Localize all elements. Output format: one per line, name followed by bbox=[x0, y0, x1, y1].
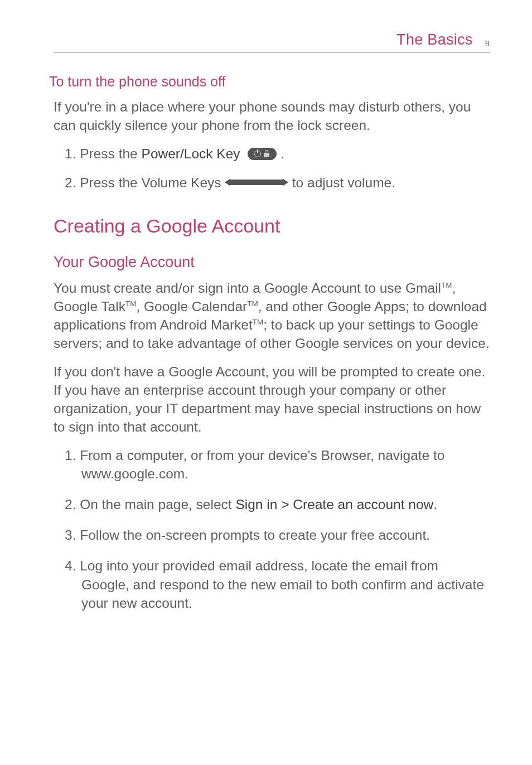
step1-pre: 1. Press the bbox=[65, 146, 142, 161]
tm-icon: TM bbox=[441, 281, 452, 289]
step-1: 1. Press the Power/Lock Key . bbox=[65, 144, 490, 163]
p1c: , Google Calendar bbox=[136, 299, 247, 314]
ga-step-4: 4. Log into your provided email address,… bbox=[65, 556, 490, 612]
tm-icon: TM bbox=[125, 299, 136, 308]
power-lock-key-icon bbox=[248, 148, 277, 160]
sign-in-create-account-label: Sign in > Create an account now bbox=[235, 497, 433, 512]
ga-step-1: 1. From a computer, or from your device'… bbox=[65, 446, 490, 483]
power-lock-key-label: Power/Lock Key bbox=[142, 146, 240, 161]
step2-post: to adjust volume. bbox=[288, 175, 395, 190]
page-header: The Basics 9 bbox=[54, 31, 490, 52]
page: The Basics 9 To turn the phone sounds of… bbox=[0, 0, 532, 765]
create-account-steps: 1. From a computer, or from your device'… bbox=[65, 446, 490, 612]
subsection-title-sounds-off: To turn the phone sounds off bbox=[49, 74, 490, 90]
header-title: The Basics bbox=[396, 31, 473, 49]
ga-step-2: 2. On the main page, select Sign in > Cr… bbox=[65, 495, 490, 514]
step-2: 2. Press the Volume Keys to adjust volum… bbox=[65, 173, 490, 192]
sounds-off-intro: If you're in a place where your phone so… bbox=[54, 98, 490, 134]
section-title-google-account: Creating a Google Account bbox=[54, 215, 490, 237]
p1a: You must create and/or sign into a Googl… bbox=[54, 280, 441, 296]
volume-keys-icon bbox=[229, 179, 284, 186]
ga-step-3: 3. Follow the on-screen prompts to creat… bbox=[65, 526, 490, 544]
google-account-para2: If you don't have a Google Account, you … bbox=[54, 362, 490, 436]
tm-icon: TM bbox=[253, 318, 263, 326]
page-number: 9 bbox=[485, 38, 490, 48]
google-account-para1: You must create and/or sign into a Googl… bbox=[54, 279, 490, 352]
ga-s2-pre: 2. On the main page, select bbox=[65, 497, 235, 512]
step2-pre: 2. Press the Volume Keys bbox=[65, 175, 225, 190]
tm-icon: TM bbox=[247, 299, 258, 308]
step1-post: . bbox=[277, 146, 284, 161]
sounds-off-steps: 1. Press the Power/Lock Key . 2. Press t… bbox=[65, 144, 490, 193]
ga-s2-post: . bbox=[433, 497, 437, 512]
subsection-your-google-account: Your Google Account bbox=[54, 254, 490, 271]
